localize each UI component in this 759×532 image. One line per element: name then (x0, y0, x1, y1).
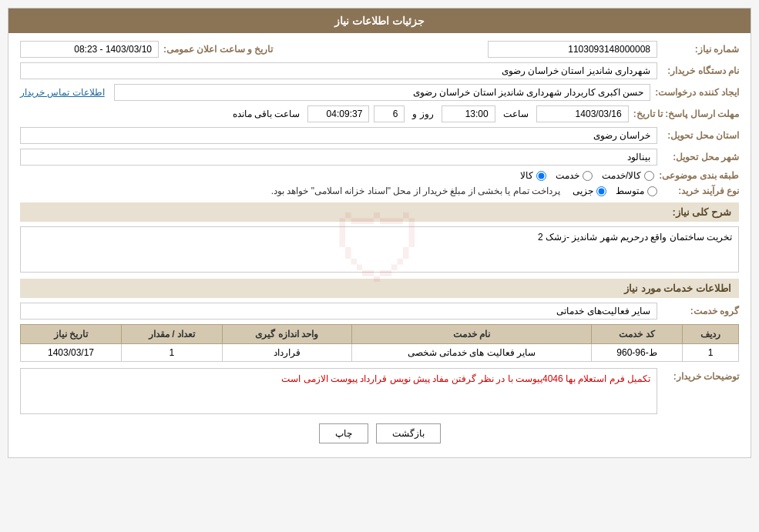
description-section-title: شرح کلی نیاز: (20, 202, 739, 222)
buyer-notes-text: تکمیل فرم استعلام بها 4046پیوست با در نظ… (281, 373, 650, 384)
services-section-label: اطلاعات خدمات مورد نیاز (624, 283, 731, 294)
radio-kala-khadamat: کالا/خدمت (602, 170, 654, 181)
reply-days: 6 (374, 105, 405, 122)
reply-day-label: روز و (412, 109, 433, 119)
buyer-notes-row: توضیحات خریدار: تکمیل فرم استعلام بها 40… (20, 368, 739, 414)
reply-time-label: ساعت (503, 109, 529, 119)
table-cell: سایر فعالیت های خدماتی شخصی (351, 344, 592, 362)
radio-kala-khadamat-label: کالا/خدمت (602, 170, 641, 181)
radio-motavaset-label: متوسط (616, 186, 644, 196)
col-header-date: تاریخ نیاز (21, 325, 122, 344)
category-label: طبقه بندی موضوعی: (659, 170, 739, 181)
radio-kala-khadamat-input[interactable] (644, 171, 654, 181)
page-header: جزئیات اطلاعات نیاز (8, 8, 751, 33)
reply-deadline-label: مهلت ارسال پاسخ: تا تاریخ: (633, 109, 739, 119)
services-table: ردیف کد خدمت نام خدمت واحد اندازه گیری ت… (20, 324, 739, 362)
creator-value: حسن اکبری کاربردار شهرداری شاندیز استان … (114, 84, 651, 101)
remaining-time: 04:09:37 (307, 105, 369, 122)
main-container: جزئیات اطلاعات نیاز شماره نیاز: 11030931… (8, 8, 751, 458)
delivery-city-value: بینالود (20, 149, 657, 166)
radio-motavaset-input[interactable] (647, 186, 657, 196)
content-area: شماره نیاز: 1103093148000008 تاریخ و ساع… (8, 33, 751, 457)
buyer-org-row: نام دستگاه خریدار: شهرداری شاندیز استان … (20, 62, 739, 79)
creator-label: ایجاد کننده درخواست: (655, 87, 739, 98)
delivery-province-value: خراسان رضوی (20, 127, 657, 144)
delivery-province-label: استان محل تحویل: (662, 130, 739, 141)
header-title: جزئیات اطلاعات نیاز (334, 15, 425, 27)
radio-jozei-input[interactable] (596, 186, 606, 196)
delivery-city-row: شهر محل تحویل: بینالود (20, 149, 739, 166)
col-header-quantity: تعداد / مقدار (121, 325, 222, 344)
announce-datetime-value: 1403/03/10 - 08:23 (20, 41, 159, 58)
service-group-value: سایر فعالیت‌های خدماتی (20, 303, 657, 320)
creator-row: ایجاد کننده درخواست: حسن اکبری کاربردار … (20, 84, 739, 101)
table-cell: 1 (682, 344, 738, 362)
radio-jozei-label: جزیی (573, 186, 593, 196)
radio-khadamat-input[interactable] (583, 171, 593, 181)
page-wrapper: جزئیات اطلاعات نیاز شماره نیاز: 11030931… (0, 0, 759, 532)
col-header-service-code: کد خدمت (592, 325, 683, 344)
description-label: شرح کلی نیاز: (672, 206, 731, 218)
radio-kala-input[interactable] (536, 171, 546, 181)
buyer-org-label: نام دستگاه خریدار: (662, 65, 739, 76)
need-number-row: شماره نیاز: 1103093148000008 تاریخ و ساع… (20, 41, 739, 58)
col-header-row: ردیف (682, 325, 738, 344)
table-cell: ط-96-960 (592, 344, 683, 362)
buyer-org-value: شهرداری شاندیز استان خراسان رضوی (20, 62, 657, 79)
service-group-label: گروه خدمت: (662, 306, 739, 316)
need-number-label: شماره نیاز: (662, 44, 739, 55)
buyer-notes-value: تکمیل فرم استعلام بها 4046پیوست با در نظ… (20, 368, 657, 414)
table-cell: قرارداد (222, 344, 351, 362)
col-header-service-name: نام خدمت (351, 325, 592, 344)
table-row: 1ط-96-960سایر فعالیت های خدماتی شخصیقرار… (21, 344, 739, 362)
remaining-label: ساعت باقی مانده (233, 109, 301, 119)
radio-jozei: جزیی (573, 186, 606, 196)
radio-kala: کالا (520, 170, 546, 181)
radio-kala-label: کالا (520, 170, 533, 181)
reply-date: 1403/03/16 (536, 105, 629, 122)
service-group-row: گروه خدمت: سایر فعالیت‌های خدماتی (20, 303, 739, 320)
table-cell: 1 (121, 344, 222, 362)
print-button[interactable]: چاپ (319, 423, 368, 443)
procurement-radio-group: متوسط جزیی (573, 186, 657, 196)
announce-datetime-label: تاریخ و ساعت اعلان عمومی: (163, 44, 273, 55)
bottom-buttons: بازگشت چاپ (20, 423, 739, 443)
description-area: 🛡 تخریت ساختمان واقع درحریم شهر شاندیز -… (20, 226, 739, 273)
col-header-unit: واحد اندازه گیری (222, 325, 351, 344)
category-row: طبقه بندی موضوعی: کالا/خدمت خدمت کالا (20, 170, 739, 181)
radio-motavaset: متوسط (616, 186, 657, 196)
category-radio-group: کالا/خدمت خدمت کالا (520, 170, 654, 181)
reply-deadline-row: مهلت ارسال پاسخ: تا تاریخ: 1403/03/16 سا… (20, 105, 739, 122)
procurement-note: پرداخت تمام یا بخشی از مبلغ خریدار از مح… (271, 186, 560, 196)
radio-khadamat: خدمت (556, 170, 593, 181)
back-button[interactable]: بازگشت (376, 423, 441, 443)
delivery-province-row: استان محل تحویل: خراسان رضوی (20, 127, 739, 144)
radio-khadamat-label: خدمت (556, 170, 579, 181)
buyer-notes-label: توضیحات خریدار: (662, 368, 739, 382)
procurement-type-row: نوع فرآیند خرید: متوسط جزیی پرداخت تمام … (20, 186, 739, 196)
table-cell: 1403/03/17 (21, 344, 122, 362)
creator-link[interactable]: اطلاعات تماس خریدار (20, 87, 105, 98)
delivery-city-label: شهر محل تحویل: (662, 152, 739, 162)
procurement-type-label: نوع فرآیند خرید: (662, 186, 739, 196)
description-value: تخریت ساختمان واقع درحریم شهر شاندیز -زش… (20, 226, 739, 273)
services-section-title: اطلاعات خدمات مورد نیاز (20, 279, 739, 298)
reply-time: 13:00 (442, 105, 495, 122)
need-number-value: 1103093148000008 (488, 41, 657, 58)
